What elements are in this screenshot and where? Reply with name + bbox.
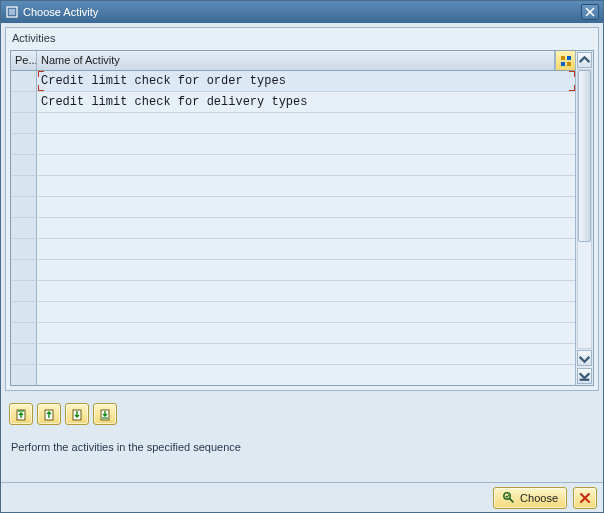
table-header: Pe... Name of Activity xyxy=(11,51,575,71)
close-icon xyxy=(585,7,595,17)
activity-name-cell[interactable] xyxy=(37,260,575,280)
content-area: Activities Pe... Name of Activity Cred xyxy=(1,23,603,482)
row-indicator-cell[interactable] xyxy=(11,176,37,196)
activity-name-cell[interactable] xyxy=(37,239,575,259)
scroll-thumb[interactable] xyxy=(578,70,591,242)
doc-bottom-button[interactable] xyxy=(93,403,117,425)
selection-corner xyxy=(569,85,575,91)
row-indicator-cell[interactable] xyxy=(11,113,37,133)
column-header-pe[interactable]: Pe... xyxy=(11,51,37,70)
svg-rect-3 xyxy=(561,62,565,66)
doc-top-button[interactable] xyxy=(9,403,33,425)
activity-name-cell[interactable] xyxy=(37,134,575,154)
activity-name-cell[interactable] xyxy=(37,302,575,322)
row-indicator-cell[interactable] xyxy=(11,218,37,238)
chevron-down-icon xyxy=(578,352,591,365)
row-indicator-cell[interactable] xyxy=(11,344,37,364)
row-indicator-cell[interactable] xyxy=(11,365,37,385)
table-config-icon xyxy=(560,55,572,67)
activity-name-cell[interactable] xyxy=(37,218,575,238)
activity-name-cell[interactable] xyxy=(37,281,575,301)
row-indicator-cell[interactable] xyxy=(11,323,37,343)
table-row[interactable] xyxy=(11,344,575,365)
choose-button-label: Choose xyxy=(520,492,558,504)
scroll-end-button[interactable] xyxy=(577,368,592,384)
doc-toolbar xyxy=(5,397,599,435)
activities-group: Activities Pe... Name of Activity Cred xyxy=(5,27,599,391)
close-button[interactable] xyxy=(581,4,599,20)
instruction-text: Perform the activities in the specified … xyxy=(5,435,599,471)
scroll-track[interactable] xyxy=(577,69,592,349)
doc-up-button[interactable] xyxy=(37,403,61,425)
row-indicator-cell[interactable] xyxy=(11,71,37,91)
activity-name-cell[interactable] xyxy=(37,155,575,175)
activity-name-cell[interactable] xyxy=(37,113,575,133)
page-top-icon xyxy=(14,407,28,421)
svg-rect-4 xyxy=(567,62,571,66)
group-title: Activities xyxy=(6,28,598,48)
row-indicator-cell[interactable] xyxy=(11,155,37,175)
titlebar: Choose Activity xyxy=(1,1,603,23)
page-up-icon xyxy=(42,407,56,421)
activity-name-cell[interactable]: Credit limit check for order types xyxy=(37,71,575,91)
selection-corner xyxy=(569,71,575,77)
choose-button[interactable]: Choose xyxy=(493,487,567,509)
row-indicator-cell[interactable] xyxy=(11,134,37,154)
table-row[interactable] xyxy=(11,302,575,323)
row-indicator-cell[interactable] xyxy=(11,197,37,217)
chevron-up-icon xyxy=(578,54,591,67)
row-indicator-cell[interactable] xyxy=(11,302,37,322)
activity-name-cell[interactable] xyxy=(37,176,575,196)
table-body: Credit limit check for order typesCredit… xyxy=(11,71,575,385)
selection-corner xyxy=(38,85,44,91)
table-row[interactable] xyxy=(11,365,575,385)
svg-rect-2 xyxy=(567,56,571,60)
table-row[interactable]: Credit limit check for order types xyxy=(11,71,575,92)
titlebar-left: Choose Activity xyxy=(5,5,98,19)
chevron-down-end-icon xyxy=(578,370,591,383)
svg-point-9 xyxy=(504,492,510,498)
doc-down-button[interactable] xyxy=(65,403,89,425)
table-config-button[interactable] xyxy=(555,51,575,70)
table-row[interactable] xyxy=(11,260,575,281)
row-indicator-cell[interactable] xyxy=(11,281,37,301)
activity-name-cell[interactable]: Credit limit check for delivery types xyxy=(37,92,575,112)
cancel-button[interactable] xyxy=(573,487,597,509)
table-row[interactable] xyxy=(11,281,575,302)
table-row[interactable] xyxy=(11,113,575,134)
row-indicator-cell[interactable] xyxy=(11,260,37,280)
table-row[interactable] xyxy=(11,218,575,239)
page-down-icon xyxy=(70,407,84,421)
svg-rect-1 xyxy=(561,56,565,60)
column-header-name[interactable]: Name of Activity xyxy=(37,51,555,70)
choose-icon xyxy=(502,491,516,505)
table-row[interactable] xyxy=(11,176,575,197)
table-row[interactable] xyxy=(11,134,575,155)
activity-name-cell[interactable] xyxy=(37,365,575,385)
scroll-up-button[interactable] xyxy=(577,52,592,68)
table-row[interactable]: Credit limit check for delivery types xyxy=(11,92,575,113)
row-indicator-cell[interactable] xyxy=(11,239,37,259)
activity-name-cell[interactable] xyxy=(37,197,575,217)
table-row[interactable] xyxy=(11,155,575,176)
cancel-icon xyxy=(578,491,592,505)
window-icon xyxy=(5,5,19,19)
window-title: Choose Activity xyxy=(23,6,98,18)
vertical-scrollbar[interactable] xyxy=(575,51,593,385)
row-indicator-cell[interactable] xyxy=(11,92,37,112)
table-area: Pe... Name of Activity Credit limit chec… xyxy=(11,51,575,385)
dialog-footer: Choose xyxy=(1,482,603,512)
activity-name-cell[interactable] xyxy=(37,323,575,343)
activities-table: Pe... Name of Activity Credit limit chec… xyxy=(10,50,594,386)
activity-name-cell[interactable] xyxy=(37,344,575,364)
dialog-window: Choose Activity Activities Pe... Name of… xyxy=(0,0,604,513)
page-bottom-icon xyxy=(98,407,112,421)
selection-corner xyxy=(38,71,44,77)
table-row[interactable] xyxy=(11,197,575,218)
scroll-down-button[interactable] xyxy=(577,350,592,366)
table-row[interactable] xyxy=(11,323,575,344)
table-row[interactable] xyxy=(11,239,575,260)
